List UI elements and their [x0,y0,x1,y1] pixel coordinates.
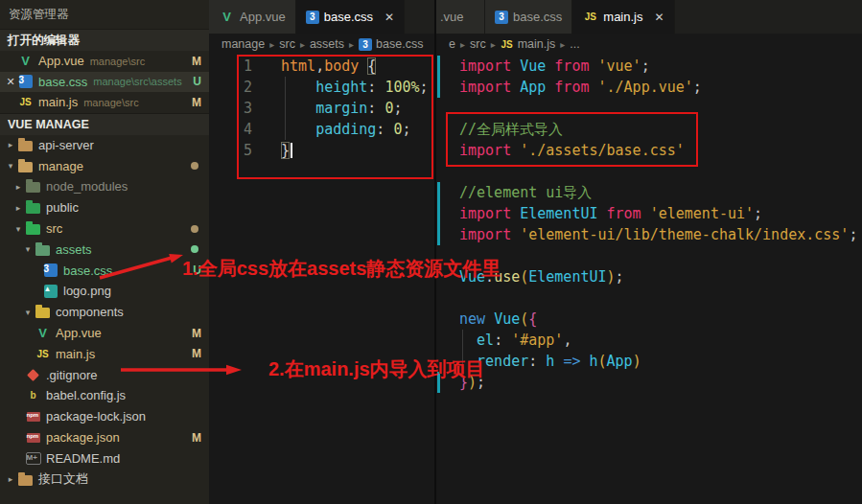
tree-item-api-server[interactable]: ▸api-server [0,135,209,156]
chevron-down-icon[interactable]: ▾ [12,224,25,234]
code-line[interactable] [436,287,862,309]
chevron-right-icon[interactable]: ▸ [4,140,17,149]
tab-bar-group1: App.vue base.css [209,0,434,34]
explorer-title: 资源管理器 [0,0,209,29]
code-line[interactable]: Vue.use(ElementUI); [436,266,862,287]
close-icon[interactable] [655,11,664,24]
code-editor-basecss[interactable]: 1html,body {2 height: 100%;3 margin: 0;4… [209,55,434,504]
tree-item-base.css[interactable]: ▸base.cssU [0,260,209,281]
tree-item-label: package.json [46,430,120,445]
breadcrumb-item[interactable]: src [279,37,295,51]
tree-item-node_modules[interactable]: ▸node_modules [0,176,209,197]
indent-guide [285,77,286,140]
open-editor-item-App.vue[interactable]: App.vuemanage\srcM [0,51,209,72]
tree-item-assets[interactable]: ▾assets [0,239,209,260]
js-file-icon [17,95,34,110]
close-icon[interactable] [384,11,394,24]
tab-base-css-active[interactable]: base.css [296,0,405,34]
code-line[interactable]: import 'element-ui/lib/theme-chalk/index… [436,224,862,245]
tab-bar-filler [405,0,434,34]
code-line[interactable]: render: h => h(App) [436,351,862,372]
babel-config-icon [25,388,41,403]
git-status-badge: M [192,96,201,109]
code-line[interactable]: 5} [209,140,434,161]
gitignore-icon [25,367,41,382]
breadcrumb-item[interactable]: manage [221,37,265,51]
breadcrumb-item[interactable]: assets [310,37,344,51]
tree-item-package-lock.json[interactable]: ▸package-lock.json [0,406,209,427]
tree-item-App.vue[interactable]: ▸App.vueM [0,323,209,344]
code-line[interactable]: el: '#app', [436,330,862,351]
tree-item-manage[interactable]: ▾manage [0,155,209,176]
tree-item-src[interactable]: ▾src [0,218,209,240]
code-line[interactable]: 1html,body { [209,56,434,77]
code-line[interactable]: 3 margin: 0; [209,98,434,119]
chevron-down-icon[interactable]: ▾ [4,161,17,171]
code-line[interactable]: 2 height: 100%; [209,77,434,98]
chevron-right-icon: ▸ [300,39,305,50]
breadcrumb-file[interactable]: base.css [376,37,423,51]
line-number: 4 [209,119,252,140]
git-status-badge: U [193,75,201,88]
tab-app-vue[interactable]: App.vue [209,0,296,34]
breadcrumb-item[interactable]: src [470,37,486,51]
close-icon[interactable]: ✕ [4,76,17,88]
code-line[interactable]: //element ui导入 [436,182,862,203]
editor-group-2: .vue base.css main.js e ▸ src ▸ [434,0,862,504]
chevron-right-icon[interactable]: ▸ [12,203,25,213]
chevron-right-icon: ▸ [269,39,274,50]
code-line[interactable]: import Vue from 'vue'; [436,56,862,77]
tree-item-.gitignore[interactable]: ▸.gitignore [0,364,209,385]
tree-item-package.json[interactable]: ▸package.jsonM [0,427,209,448]
code-line[interactable] [436,245,862,266]
code-editor-mainjs[interactable]: import Vue from 'vue';import App from '.… [436,55,862,504]
open-editor-item-main.js[interactable]: main.jsmanage\srcM [0,92,209,113]
chevron-right-icon[interactable]: ▸ [12,182,25,192]
tab-base-css[interactable]: base.css [485,0,572,34]
npm-package-icon [25,430,41,446]
breadcrumb-trail[interactable]: ... [570,37,579,51]
git-status-badge: M [192,55,201,68]
tree-item-babel.config.js[interactable]: ▸babel.config.js [0,385,209,406]
tree-item-components[interactable]: ▾components [0,302,209,323]
breadcrumb-file[interactable]: main.js [518,37,556,51]
line-number: 3 [209,98,252,119]
folder-icon [17,137,34,152]
code-line[interactable]: }); [436,372,862,393]
code-line[interactable] [436,98,862,119]
chevron-down-icon[interactable]: ▾ [21,244,35,254]
tree-item-label: api-server [38,138,94,152]
tree-item-label: public [46,200,79,215]
code-line[interactable]: new Vue({ [436,309,862,330]
code-line[interactable]: import App from './App.vue'; [436,77,862,98]
code-line[interactable]: import ElementUI from 'element-ui'; [436,203,862,224]
open-editors-header[interactable]: 打开的编辑器 [0,29,209,51]
chevron-right-icon[interactable]: ▸ [4,474,17,484]
git-modified-gutter [437,372,440,393]
indent-guide [462,330,463,372]
code-line[interactable]: import './assets/base.css' [436,140,862,161]
code-line[interactable]: //全局样式导入 [436,119,862,140]
tab-main-js-active[interactable]: main.js [572,0,674,34]
tree-header[interactable]: VUE MANAGE [0,113,209,135]
tree-item-README.md[interactable]: ▸README.md [0,447,209,469]
js-file-icon [35,346,51,361]
breadcrumb-item[interactable]: e [449,37,455,51]
tree-item-main.js[interactable]: ▸main.jsM [0,343,209,364]
tree-item-logo.png[interactable]: ▸logo.png [0,281,209,302]
vue-icon [219,10,235,25]
git-status-badge: M [192,347,201,360]
css-icon [495,11,508,24]
open-editor-label: main.js [38,95,78,109]
tree-item-public[interactable]: ▸public [0,197,209,218]
chevron-down-icon[interactable]: ▾ [21,308,35,317]
tab-label: base.css [513,10,562,24]
code-line[interactable]: 4 padding: 0; [209,119,434,140]
code-line[interactable] [436,161,862,182]
git-status-badge: M [192,327,201,340]
tab-app-vue-clipped[interactable]: .vue [436,0,485,34]
tree-item-label: base.css [63,263,112,278]
chevron-right-icon: ▸ [349,39,354,50]
open-editor-item-base.css[interactable]: ✕base.cssmanage\src\assetsU [0,72,209,93]
tree-item-接口文档[interactable]: ▸接口文档 [0,469,209,490]
